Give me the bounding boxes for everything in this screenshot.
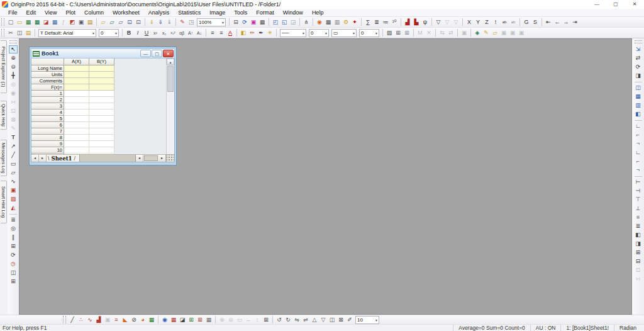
- refresh-icon[interactable]: ⟳: [240, 18, 249, 26]
- data-cell[interactable]: [89, 103, 114, 109]
- rotate-clockwise-icon[interactable]: ↻: [284, 316, 292, 324]
- find-icon[interactable]: ◉: [315, 18, 324, 26]
- hscroll-right-button[interactable]: ▸: [158, 155, 166, 162]
- window-tile-horizontal-icon[interactable]: ◱: [280, 18, 289, 26]
- plot-line-symbol-icon[interactable]: ∿: [86, 316, 94, 324]
- menu-tools[interactable]: Tools: [230, 9, 252, 17]
- subsuperscript-button-icon[interactable]: x₂²: [169, 29, 177, 37]
- add-bottom-x-layer-icon[interactable]: ∟: [634, 149, 643, 157]
- border-width-select[interactable]: 0▾: [359, 29, 379, 37]
- save-project-icon[interactable]: ⊡: [125, 18, 134, 26]
- zoom-level-select[interactable]: 100%▾: [197, 18, 226, 26]
- menu-format[interactable]: Format: [252, 9, 279, 17]
- worksheet-grid[interactable]: A(X)B(Y)Long NameUnitsCommentsF(x)=12345…: [31, 59, 166, 154]
- new-matrix-icon[interactable]: ▦: [50, 18, 59, 26]
- screen-reader-tool-icon[interactable]: ╋: [9, 72, 18, 80]
- resize-grip[interactable]: [166, 154, 174, 162]
- rotate-tool-icon[interactable]: ⟳: [9, 251, 18, 259]
- label-cell[interactable]: [89, 65, 114, 72]
- toolbar-grip[interactable]: [63, 316, 66, 323]
- new-graph-icon[interactable]: ◪: [42, 18, 50, 26]
- line-width-select[interactable]: 0▾: [309, 29, 329, 37]
- rectangle-tool-icon[interactable]: ▭: [9, 160, 18, 168]
- align-left-icon[interactable]: ⊢: [634, 178, 643, 186]
- column-header[interactable]: B(Y): [89, 59, 114, 65]
- copy-icon[interactable]: ◫: [15, 29, 24, 37]
- paste-icon[interactable]: ▤: [24, 29, 33, 37]
- fill-pattern-button-icon[interactable]: ▨: [385, 29, 394, 37]
- new-project-icon[interactable]: ▢: [6, 18, 15, 26]
- data-cell[interactable]: [89, 135, 114, 141]
- toolbar-grip[interactable]: [9, 40, 17, 43]
- menu-help[interactable]: Help: [308, 9, 328, 17]
- menu-window[interactable]: Window: [279, 9, 308, 17]
- data-marker-add-icon[interactable]: ◈: [473, 29, 482, 37]
- menu-edit[interactable]: Edit: [22, 9, 41, 17]
- border-style-select[interactable]: ▭▾: [331, 29, 357, 37]
- new-folder-icon[interactable]: ▭: [15, 18, 24, 26]
- plot-row-stats-icon[interactable]: ▙: [412, 18, 421, 26]
- set-units-icon[interactable]: ab: [509, 18, 518, 26]
- sum-statistics-icon[interactable]: ∑: [364, 18, 372, 26]
- data-cell[interactable]: [64, 109, 89, 116]
- set-long-name-icon[interactable]: ab: [500, 18, 509, 26]
- group-objects-icon[interactable]: ⊞: [634, 249, 643, 257]
- data-cell[interactable]: [89, 147, 114, 154]
- tab-sheet1[interactable]: \ Sheet1 /: [47, 155, 80, 162]
- rotation-step-select[interactable]: 10▾: [355, 316, 379, 324]
- set-column-values-icon[interactable]: ≔: [381, 18, 390, 26]
- corner-cell[interactable]: [31, 59, 64, 65]
- menu-view[interactable]: View: [40, 9, 61, 17]
- data-cell[interactable]: [89, 128, 114, 135]
- book1-minimize-button[interactable]: —: [140, 50, 151, 57]
- goto-graph-button-icon[interactable]: G: [522, 18, 531, 26]
- rescale-page-icon[interactable]: ⊞: [262, 316, 270, 324]
- duplicate-tool-icon[interactable]: ◫: [9, 269, 18, 277]
- move-label-down-icon[interactable]: ≡: [217, 29, 226, 37]
- row-header[interactable]: 10: [31, 147, 64, 154]
- data-cell[interactable]: [64, 128, 89, 135]
- fit-page-icon[interactable]: ◨: [634, 72, 643, 80]
- distribute-vertical-icon[interactable]: ≣: [634, 222, 643, 230]
- book1-maximize-button[interactable]: ▢: [152, 50, 162, 57]
- label-cell[interactable]: [64, 78, 89, 84]
- row-header[interactable]: Units: [31, 72, 64, 78]
- layer-arrange-icon[interactable]: ◫: [634, 84, 643, 92]
- perspective-view-icon[interactable]: ◫: [328, 316, 336, 324]
- dock-tab-smart-hint-log[interactable]: Smart Hint Log: [1, 181, 7, 223]
- save-template-icon[interactable]: ⊡: [134, 18, 143, 26]
- rescale-graph-icon[interactable]: ⇲: [634, 45, 643, 53]
- book1-window[interactable]: Book1 — ▢ ✕ A(X)B(Y)Long NameUnitsCommen…: [29, 47, 177, 166]
- goto-sheet-button-icon[interactable]: S: [531, 18, 540, 26]
- row-header[interactable]: 2: [31, 97, 64, 103]
- reset-rotation-icon[interactable]: ⊠: [336, 316, 345, 324]
- align-top-icon[interactable]: ⊤: [634, 196, 643, 204]
- plot-area-icon[interactable]: ◣: [121, 316, 130, 324]
- data-cell[interactable]: [89, 141, 114, 147]
- menu-plot[interactable]: Plot: [61, 9, 80, 17]
- menu-statistics[interactable]: Statistics: [174, 9, 205, 17]
- import-ascii-icon[interactable]: ⇓: [156, 18, 165, 26]
- new-3d-graph-icon[interactable]: ◩: [68, 18, 77, 26]
- italic-button-icon[interactable]: I: [133, 29, 142, 37]
- dock-tab-project-explorer[interactable]: Project Explorer (1): [1, 40, 7, 93]
- plot-column-icon[interactable]: ▟: [94, 316, 103, 324]
- nav-last-icon[interactable]: ⇥: [570, 18, 579, 26]
- new-layout-icon[interactable]: ▣: [77, 18, 86, 26]
- set-column-x-icon[interactable]: X: [465, 18, 474, 26]
- data-cell[interactable]: [64, 103, 89, 109]
- sort-worksheet-icon[interactable]: ≣: [372, 18, 381, 26]
- import-wizard-icon[interactable]: ⇓: [147, 18, 156, 26]
- font-color-button-icon[interactable]: A: [226, 29, 235, 37]
- brush-button-icon[interactable]: ✏: [248, 29, 257, 37]
- fill-color-button-icon[interactable]: ◧: [239, 29, 248, 37]
- add-top-x-layer-icon[interactable]: ⌐: [634, 131, 643, 139]
- polygon-tool-icon[interactable]: ▱: [9, 169, 18, 177]
- vertical-scrollbar[interactable]: ▴ ▾: [166, 59, 174, 162]
- flip-horizontal-icon[interactable]: ⇋: [292, 316, 301, 324]
- vertical-scroll-thumb[interactable]: [167, 65, 174, 92]
- options-gear-icon[interactable]: ⚙: [341, 18, 350, 26]
- underline-button-icon[interactable]: U: [142, 29, 151, 37]
- statistics-chart-icon[interactable]: ψ: [421, 18, 430, 26]
- data-cell[interactable]: [64, 147, 89, 154]
